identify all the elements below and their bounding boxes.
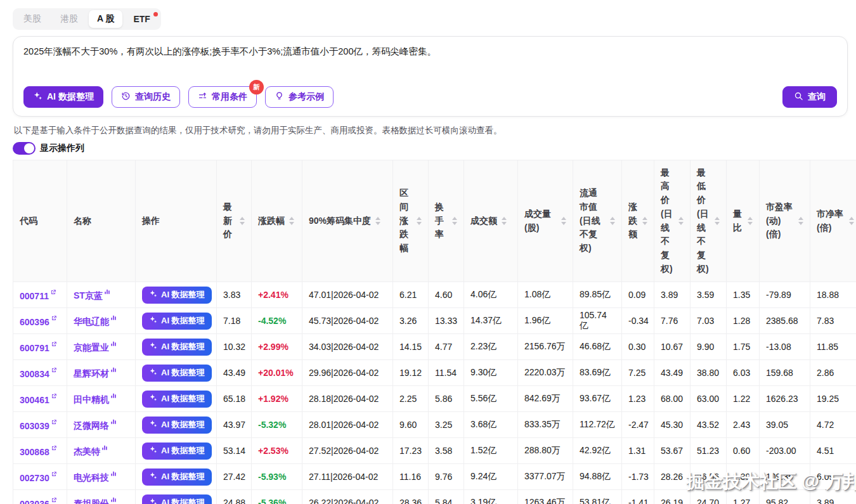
table-head: 代码名称操作最新价涨跌幅90%筹码集中度区间涨跌幅换手率成交额成交量(股)流通市… bbox=[13, 160, 856, 282]
stock-code-link[interactable]: 600791 bbox=[13, 334, 67, 360]
stock-name-link[interactable]: ST京蓝 bbox=[67, 282, 136, 308]
column-header-10[interactable]: 流通市值(日线不复权) bbox=[573, 160, 622, 282]
stock-name-link[interactable]: 星辉环材 bbox=[67, 360, 136, 386]
sort-icon[interactable] bbox=[849, 217, 854, 225]
row-ai-organize-button[interactable]: AI 数据整理 bbox=[142, 417, 212, 434]
show-action-column-toggle[interactable] bbox=[13, 142, 36, 155]
column-header-16[interactable]: 市净率(倍) bbox=[810, 160, 856, 282]
cell-vol_ratio: 1.35 bbox=[727, 282, 760, 308]
sort-icon[interactable] bbox=[240, 217, 245, 225]
stock-name-link[interactable]: 电光科技 bbox=[67, 464, 136, 490]
query-history-button[interactable]: 查询历史 bbox=[112, 86, 180, 108]
history-icon bbox=[121, 91, 131, 103]
query-input[interactable]: 2025年涨幅不大于30%，有两次以上的涨停板;换手率不小于3%;流通市值小于2… bbox=[23, 45, 837, 58]
cell-change: +1.92% bbox=[252, 386, 302, 412]
tab-a-shares[interactable]: A 股 bbox=[89, 10, 122, 28]
row-ai-label: AI 数据整理 bbox=[161, 445, 205, 456]
sort-icon[interactable] bbox=[715, 217, 720, 225]
stock-name-link[interactable]: 杰美特 bbox=[67, 438, 136, 464]
stock-code-link[interactable]: 003036 bbox=[13, 490, 67, 504]
search-button[interactable]: 查询 bbox=[782, 86, 837, 108]
sort-icon[interactable] bbox=[798, 217, 803, 225]
stock-name-link[interactable]: 京能置业 bbox=[67, 334, 136, 360]
disclaimer-text: 以下是基于输入条件于公开数据查询的结果，仅用于技术研究，请勿用于实际生产、商用或… bbox=[14, 125, 856, 136]
tab-hk-stocks[interactable]: 港股 bbox=[52, 10, 86, 28]
cell-concentration: 45.73|2026-04-02 bbox=[302, 308, 393, 334]
cell-price: 65.18 bbox=[217, 386, 252, 412]
stock-name-link[interactable]: 田中精机 bbox=[67, 386, 136, 412]
toggle-label: 显示操作列 bbox=[40, 143, 84, 154]
examples-button[interactable]: 参考示例 bbox=[265, 86, 334, 108]
stock-code-link[interactable]: 000711 bbox=[13, 282, 67, 308]
stock-code-link[interactable]: 300834 bbox=[13, 360, 67, 386]
cell-pb: 4.51 bbox=[810, 438, 856, 464]
row-ai-organize-button[interactable]: AI 数据整理 bbox=[142, 443, 212, 460]
stock-name-link[interactable]: 华电辽能 bbox=[67, 308, 136, 334]
stock-name: 田中精机 bbox=[74, 394, 109, 404]
cell-change_amt: 1.23 bbox=[622, 386, 654, 412]
common-conditions-button[interactable]: 常用条件 新 bbox=[188, 86, 257, 108]
cell-concentration: 28.01|2026-04-02 bbox=[302, 412, 393, 438]
column-header-11[interactable]: 涨跌额 bbox=[622, 160, 654, 282]
sort-icon[interactable] bbox=[452, 217, 457, 225]
ai-organize-button[interactable]: AI 数据整理 bbox=[23, 86, 103, 108]
stock-code-link[interactable]: 300461 bbox=[13, 386, 67, 412]
sort-icon[interactable] bbox=[748, 217, 753, 225]
stock-name-link[interactable]: 泰坦股份 bbox=[67, 490, 136, 504]
stock-code-link[interactable]: 600396 bbox=[13, 308, 67, 334]
row-ai-organize-button[interactable]: AI 数据整理 bbox=[142, 313, 212, 330]
row-ai-organize-button[interactable]: AI 数据整理 bbox=[142, 391, 212, 408]
sort-icon[interactable] bbox=[375, 217, 380, 225]
column-header-3[interactable]: 最新价 bbox=[217, 160, 252, 282]
cell-interval: 9.60 bbox=[393, 412, 429, 438]
column-header-12[interactable]: 最高价(日线不复权) bbox=[654, 160, 691, 282]
stock-code: 300868 bbox=[20, 447, 49, 457]
column-header-5[interactable]: 90%筹码集中度 bbox=[302, 160, 393, 282]
tab-us-stocks[interactable]: 美股 bbox=[15, 10, 49, 28]
column-header-15[interactable]: 市盈率(动)(倍) bbox=[760, 160, 810, 282]
row-ai-organize-button[interactable]: AI 数据整理 bbox=[142, 287, 212, 304]
cell-pb: 6.09 bbox=[810, 464, 856, 490]
cell-change: -5.36% bbox=[252, 490, 302, 504]
kline-chart-icon bbox=[110, 418, 117, 426]
cell-high: 28.26 bbox=[654, 464, 691, 490]
column-header-6[interactable]: 区间涨跌幅 bbox=[393, 160, 429, 282]
column-label: 流通市值(日线不复权) bbox=[580, 186, 606, 255]
external-link-icon bbox=[51, 340, 57, 349]
page: 美股 港股 A 股 ETF 2025年涨幅不大于30%，有两次以上的涨停板;换手… bbox=[0, 0, 856, 504]
sort-icon[interactable] bbox=[289, 217, 294, 225]
cell-vol_ratio: 6.03 bbox=[727, 360, 760, 386]
examples-label: 参考示例 bbox=[289, 91, 324, 103]
cell-low: 38.80 bbox=[691, 360, 727, 386]
cell-concentration: 34.03|2026-04-02 bbox=[302, 334, 393, 360]
stock-name-link[interactable]: 泛微网络 bbox=[67, 412, 136, 438]
new-badge: 新 bbox=[249, 80, 264, 94]
row-ai-organize-button[interactable]: AI 数据整理 bbox=[142, 494, 212, 504]
cell-volume: 842.69万 bbox=[518, 386, 573, 412]
results-table-wrap[interactable]: 代码名称操作最新价涨跌幅90%筹码集中度区间涨跌幅换手率成交额成交量(股)流通市… bbox=[13, 160, 856, 504]
sort-icon[interactable] bbox=[610, 217, 615, 225]
sort-icon[interactable] bbox=[502, 217, 507, 225]
row-ai-organize-button[interactable]: AI 数据整理 bbox=[142, 468, 212, 486]
stock-code-link[interactable]: 300868 bbox=[13, 438, 67, 464]
cell-price: 27.42 bbox=[217, 464, 252, 490]
row-ai-organize-button[interactable]: AI 数据整理 bbox=[142, 339, 212, 356]
stock-code-link[interactable]: 002730 bbox=[13, 464, 67, 490]
sort-icon[interactable] bbox=[678, 217, 684, 225]
cell-low: 63.00 bbox=[691, 386, 727, 412]
column-header-13[interactable]: 最低价(日线不复权) bbox=[691, 160, 727, 282]
notification-dot bbox=[153, 12, 158, 16]
stock-code-link[interactable]: 603039 bbox=[13, 412, 67, 438]
column-header-4[interactable]: 涨跌幅 bbox=[252, 160, 302, 282]
column-header-8[interactable]: 成交额 bbox=[464, 160, 518, 282]
sort-icon[interactable] bbox=[417, 217, 422, 225]
row-ai-organize-button[interactable]: AI 数据整理 bbox=[142, 365, 212, 382]
column-header-14[interactable]: 量比 bbox=[727, 160, 760, 282]
sort-icon[interactable] bbox=[561, 217, 566, 225]
tab-etf[interactable]: ETF bbox=[125, 11, 158, 27]
column-header-9[interactable]: 成交量(股) bbox=[518, 160, 573, 282]
column-label: 代码 bbox=[20, 214, 37, 228]
cell-high: 43.49 bbox=[654, 360, 691, 386]
sort-icon[interactable] bbox=[642, 217, 647, 225]
column-header-7[interactable]: 换手率 bbox=[429, 160, 464, 282]
